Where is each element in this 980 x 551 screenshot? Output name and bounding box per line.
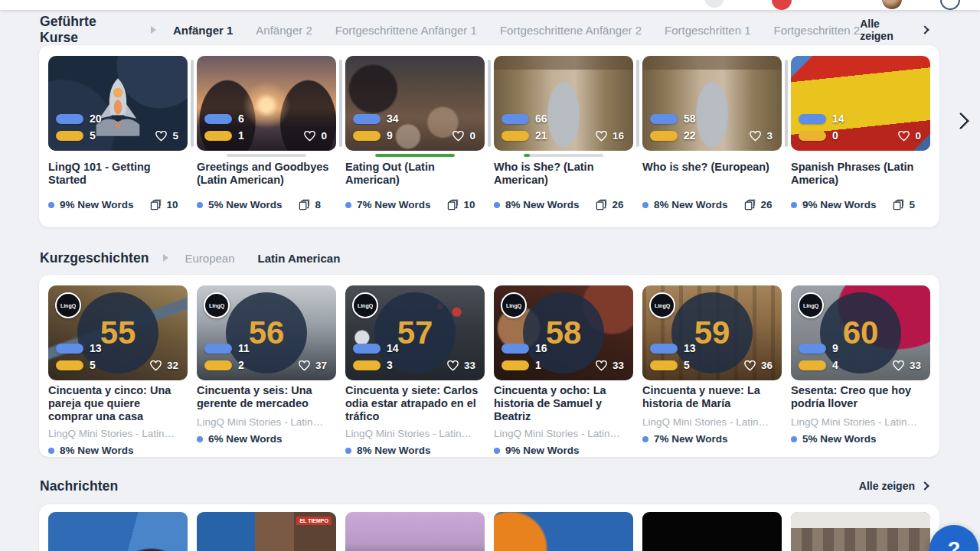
story-stats: 8% New Words xyxy=(48,445,188,456)
course-title: Greetings and Goodbyes (Latin American) xyxy=(197,161,336,187)
new-words-label: 6% New Words xyxy=(208,433,283,445)
course-card[interactable]: 66 21 16 Who is She? (Latin American) 8%… xyxy=(494,56,633,218)
likes-badge: 0 xyxy=(898,130,921,142)
tab-european[interactable]: European xyxy=(185,252,235,265)
known-words-pill xyxy=(799,114,826,124)
tab-anfaenger-1[interactable]: Anfänger 1 xyxy=(173,24,233,37)
heart-icon xyxy=(596,360,607,371)
profile-ring-icon[interactable] xyxy=(940,0,960,10)
story-card[interactable]: LingQ 56 11 2 37 Cincuenta y seis: Una g… xyxy=(197,285,336,446)
new-words-label: 7% New Words xyxy=(357,199,431,210)
course-thumbnail: 58 22 3 xyxy=(642,56,782,151)
known-words-pill xyxy=(650,114,678,124)
guided-level-tabs: Anfänger 1 Anfänger 2 Fortgeschrittene A… xyxy=(173,24,860,37)
show-all-label: Alle zeigen xyxy=(859,480,915,492)
card-stack-indicator xyxy=(636,60,639,147)
known-words-count: 66 xyxy=(535,112,547,125)
story-course-name: LingQ Mini Stories - Latin… xyxy=(791,416,930,428)
news-card[interactable]: Esto es lo que más EL TIEMPO xyxy=(197,512,336,551)
heart-icon xyxy=(750,131,761,142)
story-thumbnail: LingQ 60 9 4 33 xyxy=(791,285,930,380)
lingqs-count: 0 xyxy=(832,129,838,142)
heart-icon xyxy=(150,360,162,371)
new-words-label: 8% New Words xyxy=(654,199,728,210)
new-words-label: 9% New Words xyxy=(505,445,580,456)
new-words-dot-icon xyxy=(197,202,203,208)
news-card[interactable]: Homenaje xyxy=(494,512,633,551)
known-words-count: 6 xyxy=(238,112,244,125)
likes-badge: 3 xyxy=(750,130,773,142)
short-stories-panel: LingQ 55 13 5 32 Cincuenta y cinco: Una … xyxy=(38,274,940,458)
news-card[interactable] xyxy=(345,512,485,551)
chevron-right-icon xyxy=(952,112,970,130)
course-progress-bar xyxy=(227,154,306,157)
known-words-count: 16 xyxy=(535,342,547,354)
likes-badge: 5 xyxy=(155,130,178,142)
story-thumbnail: LingQ 59 13 5 36 xyxy=(642,285,782,380)
known-words-pill xyxy=(650,344,678,354)
story-card[interactable]: LingQ 55 13 5 32 Cincuenta y cinco: Una … xyxy=(48,285,188,446)
show-all-news-button[interactable]: Alle zeigen xyxy=(859,480,928,492)
news-card[interactable]: M1 xyxy=(642,512,782,551)
course-title: Who is She? (Latin American) xyxy=(494,161,633,187)
lingqs-count: 5 xyxy=(90,359,96,371)
carousel-next-button[interactable] xyxy=(952,112,972,132)
course-card[interactable]: 58 22 3 Who is she? (European) 8% New Wo… xyxy=(642,56,782,218)
known-words-pill xyxy=(353,344,381,354)
brand-label: LingQ xyxy=(803,303,818,308)
course-card[interactable]: 6 1 0 Greetings and Goodbyes (Latin Amer… xyxy=(197,56,336,218)
likes-badge: 16 xyxy=(596,130,624,142)
story-stats: 8% New Words xyxy=(345,445,485,456)
tab-fortgeschrittene-anfaenger-2[interactable]: Fortgeschrittene Anfänger 2 xyxy=(500,24,642,37)
lingqs-pill xyxy=(650,131,678,141)
course-stats: 9% New Words 5 xyxy=(791,199,915,210)
likes-count: 32 xyxy=(167,360,178,371)
heart-icon xyxy=(898,131,910,142)
lingq-logo-badge: LingQ xyxy=(55,292,81,318)
lessons-count: 26 xyxy=(761,199,773,210)
lingqs-count: 3 xyxy=(387,359,393,371)
course-card[interactable]: 20 5 5 LingQ 101 - Getting Started 9% Ne… xyxy=(48,56,188,218)
show-all-label: Alle zeigen xyxy=(860,18,915,42)
likes-count: 0 xyxy=(321,130,327,142)
arrow-right-icon xyxy=(151,26,156,34)
lessons-icon xyxy=(893,199,904,210)
course-stats: 9% New Words 10 xyxy=(48,199,178,210)
story-card[interactable]: LingQ 59 13 5 36 Cincuenta y nueve: La h… xyxy=(642,285,782,446)
heart-icon xyxy=(452,131,464,142)
known-words-pill xyxy=(204,344,232,354)
news-card[interactable] xyxy=(791,512,930,551)
story-title: Cincuenta y siete: Carlos odia estar atr… xyxy=(345,384,485,423)
notification-icon[interactable] xyxy=(772,0,792,10)
lessons-icon xyxy=(447,199,459,210)
likes-badge: 33 xyxy=(893,360,921,371)
known-words-count: 13 xyxy=(684,342,696,354)
topbar-button-icon[interactable] xyxy=(704,0,724,8)
story-title: Sesenta: Creo que hoy podría llover xyxy=(791,384,930,412)
course-stats: 5% New Words 8 xyxy=(197,199,321,210)
story-card[interactable]: LingQ 58 16 1 33 Cincuenta y ocho: La hi… xyxy=(494,285,633,446)
avatar[interactable] xyxy=(882,0,902,9)
tab-anfaenger-2[interactable]: Anfänger 2 xyxy=(256,24,312,37)
news-card[interactable]: as claves xyxy=(48,512,188,551)
story-course-name: LingQ Mini Stories - Latin… xyxy=(494,428,633,439)
tab-latin-american[interactable]: Latin American xyxy=(258,252,341,265)
lingqs-count: 9 xyxy=(387,129,393,142)
story-card[interactable]: LingQ 57 14 3 33 Cincuenta y siete: Carl… xyxy=(345,285,485,446)
known-words-pill xyxy=(56,114,83,124)
new-words-dot-icon xyxy=(494,202,500,208)
course-card[interactable]: 14 0 0 Spanish Phrases (Latin America) 9… xyxy=(791,56,930,218)
course-thumbnail: 14 0 0 xyxy=(791,56,930,151)
heart-icon xyxy=(155,131,167,142)
new-words-dot-icon xyxy=(197,436,203,442)
story-card[interactable]: LingQ 60 9 4 33 Sesenta: Creo que hoy po… xyxy=(791,285,930,446)
show-all-guided-button[interactable]: Alle zeigen xyxy=(860,18,928,42)
story-stats: 7% New Words xyxy=(642,433,782,445)
lingqs-pill xyxy=(501,360,529,370)
tab-fortgeschritten-1[interactable]: Fortgeschritten 1 xyxy=(665,24,751,37)
story-thumbnail: LingQ 57 14 3 33 xyxy=(345,285,485,380)
story-course-name: LingQ Mini Stories - Latin… xyxy=(197,416,336,428)
tab-fortgeschritten-2[interactable]: Fortgeschritten 2 xyxy=(774,24,861,37)
course-card[interactable]: 34 9 0 Eating Out (Latin American) 7% Ne… xyxy=(345,56,485,218)
tab-fortgeschrittene-anfaenger-1[interactable]: Fortgeschrittene Anfänger 1 xyxy=(335,24,477,37)
